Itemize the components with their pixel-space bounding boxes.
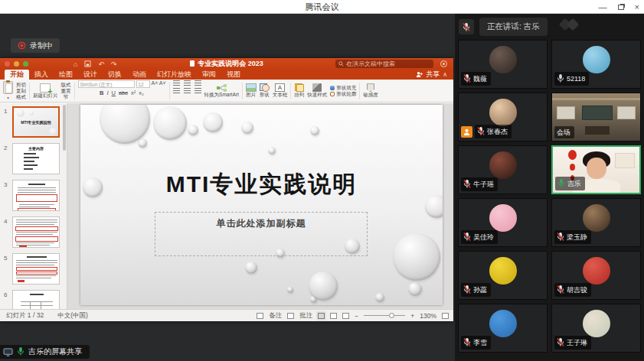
bullets-icon[interactable] — [173, 80, 180, 86]
slide-item-版式[interactable]: 版式 — [61, 82, 71, 87]
align-left-icon[interactable] — [173, 88, 180, 93]
thumbnail-scrollbar[interactable] — [63, 105, 66, 151]
zoom-out-icon[interactable]: − — [355, 312, 358, 320]
sensitivity-button[interactable]: 敏感度 — [363, 80, 378, 102]
ppt-tab-视图[interactable]: 视图 — [221, 70, 246, 80]
ppt-tab-幻灯片放映[interactable]: 幻灯片放映 — [152, 70, 197, 80]
font-style-button-2[interactable]: U — [112, 89, 116, 96]
ppt-tab-绘图[interactable]: 绘图 — [54, 70, 78, 80]
ppt-tab-开始[interactable]: 开始 — [5, 70, 29, 80]
close-icon[interactable]: × — [635, 0, 639, 14]
shape-fill-button[interactable]: 形状填充 — [330, 85, 356, 90]
textbox-button[interactable]: A文本框 — [273, 80, 288, 102]
font-style-button-5[interactable]: x₂ — [139, 89, 144, 96]
minimize-icon[interactable]: — — [599, 0, 607, 14]
font-name-select[interactable]: SimSun (正文) — [78, 80, 135, 88]
water-droplet-decoration — [310, 126, 319, 135]
ppt-ribbon: ▾ 剪切复制格式 新建幻灯片 版式重置节 SimSun (正文) 12 A˄ A… — [0, 80, 453, 102]
font-style-button-3[interactable]: abc — [119, 89, 128, 96]
os-window-title: 腾讯会议 — [0, 0, 644, 14]
ppt-status-bar: 幻灯片 1 / 32 中文(中国) 备注 批注 − + 130% — [0, 309, 453, 321]
participant-tile[interactable]: 王子琳 — [551, 304, 641, 353]
clipboard-item-剪切[interactable]: 剪切 — [16, 82, 26, 87]
ppt-tab-插入[interactable]: 插入 — [29, 70, 54, 80]
slide-title-text[interactable]: MTI专业实践说明 — [80, 169, 443, 200]
slide-thumbnail-6[interactable] — [12, 290, 60, 309]
ppt-search-input[interactable]: 在演示文稿中搜索 — [335, 60, 433, 68]
smartart-button[interactable]: 转换为SmartArt — [204, 80, 239, 102]
mic-muted-icon — [463, 73, 471, 85]
zoom-percentage[interactable]: 130% — [420, 312, 436, 320]
participant-tile[interactable]: 会场 — [551, 93, 641, 141]
notes-icon[interactable] — [257, 313, 263, 319]
indent-icon[interactable] — [195, 80, 201, 86]
slide-item-重置[interactable]: 重置 — [61, 88, 71, 93]
participant-tile[interactable]: 吴佳玲 — [458, 198, 548, 247]
align-center-icon[interactable] — [184, 88, 191, 93]
normal-view-icon[interactable] — [318, 313, 325, 319]
participant-tile[interactable]: 牛子瑶 — [458, 145, 548, 194]
participant-tile[interactable]: 吉乐 — [551, 145, 641, 194]
paste-button[interactable]: ▾ — [3, 80, 13, 102]
slide-thumbnail-5[interactable] — [12, 253, 60, 285]
ppt-tab-切换[interactable]: 切换 — [103, 70, 127, 80]
water-droplet-decoration — [268, 147, 276, 154]
participant-tile[interactable]: 张春杰 — [458, 93, 548, 141]
arrange-button[interactable]: 排列 — [294, 80, 304, 102]
participant-tile[interactable]: 梁玉静 — [551, 198, 641, 247]
slide-thumbnail-2[interactable]: 主要内容 — [12, 143, 60, 174]
font-size-select[interactable]: 12 — [136, 80, 150, 88]
participant-name: 52118 — [567, 75, 585, 83]
muted-mic-icon[interactable] — [459, 19, 474, 34]
avatar — [489, 310, 517, 337]
clipboard-item-格式[interactable]: 格式 — [16, 94, 26, 99]
comments-toggle[interactable]: 批注 — [299, 311, 312, 320]
ppt-titlebar: ⌂ ↶ ↷ 专业实践说明会 2023 在演示文稿中搜索 — [0, 58, 453, 70]
ppt-tab-动画[interactable]: 动画 — [127, 70, 152, 80]
language-indicator[interactable]: 中文(中国) — [57, 310, 88, 321]
shapes-button[interactable]: 形状 — [260, 80, 270, 102]
picture-button[interactable]: 图片 — [246, 80, 257, 102]
participant-tile[interactable]: 魏薇 — [458, 40, 548, 89]
ppt-tab-审阅[interactable]: 审阅 — [197, 70, 221, 80]
slideshow-view-icon[interactable] — [342, 313, 349, 319]
participant-tile[interactable]: 李雪 — [458, 304, 548, 353]
subtitle-placeholder-box[interactable]: 单击此处添加副标题 — [155, 212, 368, 256]
ppt-share-button[interactable]: 共享 ∧ — [416, 70, 447, 80]
new-slide-button[interactable]: 新建幻灯片 — [33, 80, 58, 102]
font-style-button-4[interactable]: x² — [131, 89, 136, 96]
zoom-in-icon[interactable]: + — [410, 312, 414, 320]
collapse-ribbon-icon[interactable]: ∧ — [443, 71, 447, 78]
water-droplet-decoration — [375, 293, 384, 302]
participant-tile[interactable]: 52118 — [551, 40, 641, 89]
participant-tile[interactable]: 胡吉骏 — [551, 251, 641, 300]
numbering-icon[interactable] — [184, 80, 191, 86]
font-style-button-1[interactable]: I — [106, 89, 108, 96]
speaker-header: 正在讲话: 吉乐 — [459, 17, 548, 37]
fit-slide-icon[interactable] — [442, 313, 449, 319]
shape-outline-button[interactable]: 形状轮廓 — [330, 91, 356, 96]
slide-thumbnail-1[interactable]: MTI专业实践说明 — [12, 106, 60, 138]
avatar — [489, 46, 517, 73]
avatar — [583, 46, 610, 73]
ppt-tab-设计[interactable]: 设计 — [78, 70, 103, 80]
mic-muted-icon — [463, 337, 471, 349]
font-style-button-0[interactable]: B — [100, 89, 103, 96]
slide-sorter-icon[interactable] — [330, 313, 337, 319]
screen-share-indicator: 吉乐的屏幕共享 — [0, 345, 90, 359]
notes-toggle[interactable]: 备注 — [269, 311, 282, 320]
recording-indicator[interactable]: 录制中 — [11, 38, 60, 53]
restore-icon[interactable] — [618, 5, 624, 10]
comments-icon[interactable] — [287, 313, 294, 319]
quick-styles-button[interactable]: 快速样式 — [307, 80, 327, 102]
align-right-icon[interactable] — [195, 88, 201, 93]
participant-tile[interactable]: 孙蕊 — [458, 251, 548, 300]
arrange-icon — [295, 83, 304, 92]
clipboard-item-复制[interactable]: 复制 — [16, 88, 26, 93]
slide-thumbnail-4[interactable] — [12, 216, 60, 248]
water-droplet-decoration — [245, 262, 257, 274]
account-icon[interactable] — [440, 60, 447, 67]
slide-thumbnail-3[interactable] — [12, 180, 60, 211]
zoom-slider[interactable] — [364, 315, 405, 316]
slide-item-节[interactable]: 节 — [64, 94, 69, 99]
